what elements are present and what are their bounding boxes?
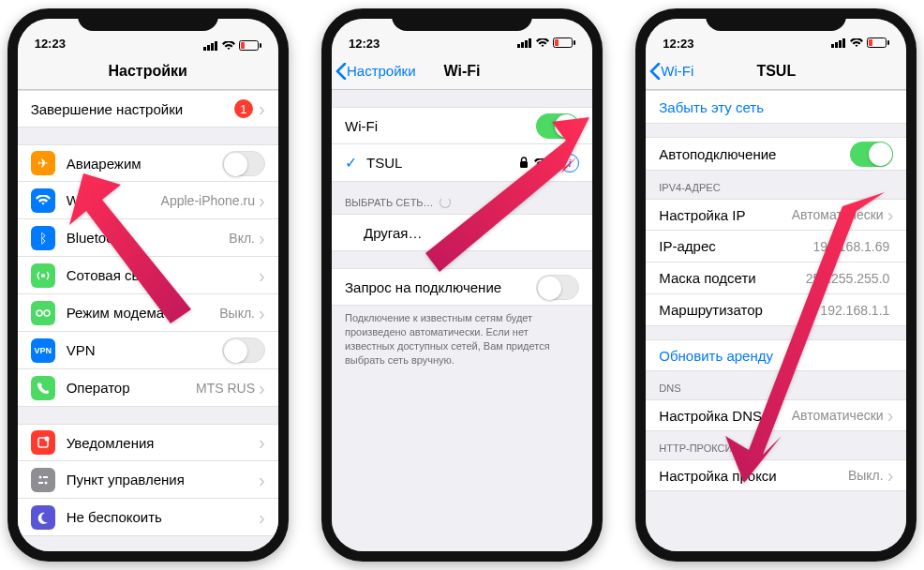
airplane-toggle[interactable] [222,151,265,176]
ip-address-row: IP-адрес 192.168.1.69 [646,231,906,262]
network-name: TSUL [366,155,519,171]
wifi-toggle[interactable] [536,113,579,139]
info-icon[interactable]: i [560,154,579,172]
proxy-row[interactable]: Настройка прокси Выкл. › [646,459,906,491]
screen: 12:23 Настройки Завершение настройки 1 ›… [18,19,278,551]
chevron-icon: › [259,266,265,285]
wifi-row[interactable]: Wi-Fi Apple-iPhone.ru › [18,182,278,219]
badge: 1 [234,99,253,118]
chevron-icon: › [259,471,265,489]
cellular-row[interactable]: Сотовая связь › [18,257,278,294]
battery-icon [553,37,575,51]
other-network-row[interactable]: Другая… [332,214,592,251]
svg-rect-2 [211,43,214,51]
notch [706,8,846,31]
dnd-row[interactable]: Не беспокоить › [18,499,278,536]
wifi-strength-icon [534,158,547,168]
hotspot-value: Выкл. [219,306,255,321]
wifi-toggle-row[interactable]: Wi-Fi [332,107,592,144]
vpn-toggle[interactable] [222,338,265,363]
back-label: Настройки [347,63,416,79]
wifi-toggle-label: Wi-Fi [345,118,536,134]
svg-rect-6 [260,43,261,48]
signal-icon [203,41,218,51]
chevron-icon: › [259,304,265,322]
dns-config-row[interactable]: Настройка DNS Автоматически › [646,399,906,431]
chevron-icon: › [259,508,265,527]
content: Забыть эту сеть Автоподключение IPV4-АДР… [646,90,906,551]
autojoin-row[interactable]: Автоподключение [646,137,906,171]
battery-icon [239,40,261,51]
ip-config-row[interactable]: Настройка IP Автоматически › [646,199,906,231]
airplane-icon: ✈ [31,151,55,175]
svg-point-12 [38,475,41,478]
autojoin-toggle[interactable] [850,142,893,167]
back-button[interactable]: Настройки [332,63,416,80]
chevron-icon: › [887,466,894,485]
signal-icon [831,37,846,51]
dns-header: DNS [646,371,906,399]
svg-rect-28 [839,40,842,48]
spinner-icon [440,197,451,208]
screen: 12:23 Настройки Wi-Fi Wi-Fi ✓ [332,19,592,551]
moon-icon [31,505,55,530]
renew-label: Обновить аренду [659,348,893,364]
bluetooth-row[interactable]: ᛒ Bluetooth Вкл. › [18,219,278,257]
navbar: Wi-Fi TSUL [646,52,906,90]
control-center-row[interactable]: Пункт управления › [18,461,278,499]
bluetooth-label: Bluetooth [67,230,230,246]
autojoin-label: Автоподключение [659,146,850,162]
chevron-icon: › [887,205,894,224]
airplane-row[interactable]: ✈ Авиарежим [18,144,278,182]
ask-toggle[interactable] [536,275,579,300]
router-row: Маршрутизатор 192.168.1.1 [646,294,906,326]
hotspot-row[interactable]: Режим модема Выкл. › [18,294,278,332]
bluetooth-icon: ᛒ [31,226,55,250]
vpn-row[interactable]: VPN VPN [18,332,278,369]
checkmark-icon: ✓ [345,154,357,172]
svg-rect-17 [517,44,520,48]
control-center-label: Пункт управления [67,472,259,488]
chevron-icon: › [259,379,265,398]
chevron-icon: › [259,229,265,248]
svg-rect-3 [215,41,217,51]
subnet-label: Маска подсети [659,270,805,286]
svg-rect-31 [869,39,872,46]
renew-lease-row[interactable]: Обновить аренду [646,339,906,371]
complete-setup-row[interactable]: Завершение настройки 1 › [18,90,278,128]
forget-network-row[interactable]: Забыть эту сеть [646,90,906,124]
back-button[interactable]: Wi-Fi [646,63,693,80]
footnote: Подключение к известным сетям будет прои… [332,306,592,367]
content: Завершение настройки 1 › ✈ Авиарежим Wi-… [18,90,278,551]
svg-rect-22 [555,39,559,46]
carrier-row[interactable]: Оператор MTS RUS › [18,369,278,407]
ip-config-value: Автоматически [792,207,884,222]
notch [392,8,532,31]
notifications-row[interactable]: Уведомления › [18,424,278,461]
chevron-icon: › [259,191,265,210]
screen: 12:23 Wi-Fi TSUL Забыть эту сеть Автопод… [646,19,906,551]
status-time: 12:23 [35,37,66,51]
svg-rect-26 [831,44,834,48]
back-label: Wi-Fi [661,63,693,79]
bluetooth-value: Вкл. [229,231,255,246]
svg-rect-32 [887,40,889,45]
proxy-header: HTTP-ПРОКСИ [646,431,906,459]
airplane-label: Авиарежим [67,156,222,172]
ask-to-join-row[interactable]: Запрос на подключение [332,268,592,306]
connected-network-row[interactable]: ✓ TSUL i [332,144,592,182]
svg-point-11 [44,437,49,442]
notch [78,8,218,31]
wifi-icon [850,37,863,51]
proxy-label: Настройка прокси [659,468,848,484]
wifi-label: Wi-Fi [67,192,161,208]
vpn-icon: VPN [31,338,55,363]
signal-icon [517,37,532,51]
dns-config-label: Настройка DNS [659,408,791,424]
lock-icon [519,157,529,169]
other-label: Другая… [345,225,579,241]
hotspot-label: Режим модема [67,305,220,321]
svg-rect-29 [842,38,845,48]
ask-label: Запрос на подключение [345,279,536,295]
status-time: 12:23 [663,37,693,51]
